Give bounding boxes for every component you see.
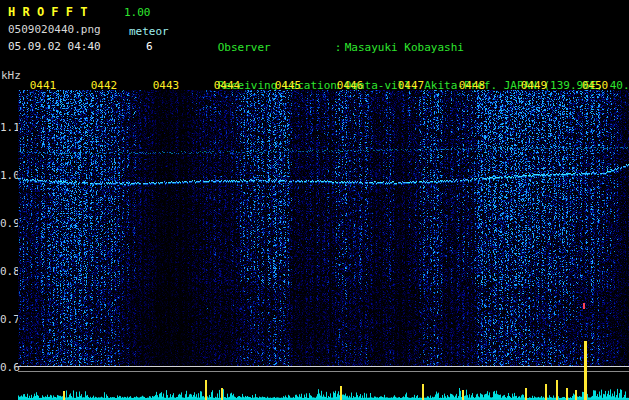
- timestamp: 05.09.02 04:40: [8, 40, 101, 53]
- spectrogram-canvas: [18, 90, 629, 366]
- output-filename: 0509020440.png: [8, 23, 101, 36]
- info-row-observer: Observer:Masayuki Kobayashi: [178, 29, 629, 42]
- app-version: 1.00: [124, 6, 151, 19]
- app-title: H R O F F T: [8, 5, 87, 19]
- meter-separator-line: [18, 371, 629, 372]
- freq-label: 1.1: [0, 121, 16, 134]
- info-label: Observer: [218, 42, 335, 55]
- freq-label: 0.7: [0, 313, 16, 326]
- info-row-location: Receiving Location:Ogata-vill. Akita-Pre…: [178, 67, 629, 80]
- colon: :: [335, 42, 345, 55]
- info-value: Masayuki Kobayashi: [345, 41, 464, 54]
- y-axis-unit: kHz: [1, 69, 21, 82]
- strong-echo-marker: [583, 303, 585, 309]
- hrofft-output-image: H R O F F T 1.00 0509020440.png meteor 0…: [0, 0, 629, 400]
- freq-label: 1.0: [0, 169, 16, 182]
- freq-label: 0.8: [0, 265, 16, 278]
- freq-label: 0.6: [0, 361, 16, 374]
- meter-separator-line: [18, 366, 629, 367]
- signal-meter-canvas: [18, 373, 629, 400]
- meteor-count: 6: [146, 40, 153, 53]
- strong-echo-spike: [584, 341, 587, 400]
- mode-label: meteor: [129, 25, 169, 38]
- freq-label: 0.9: [0, 217, 16, 230]
